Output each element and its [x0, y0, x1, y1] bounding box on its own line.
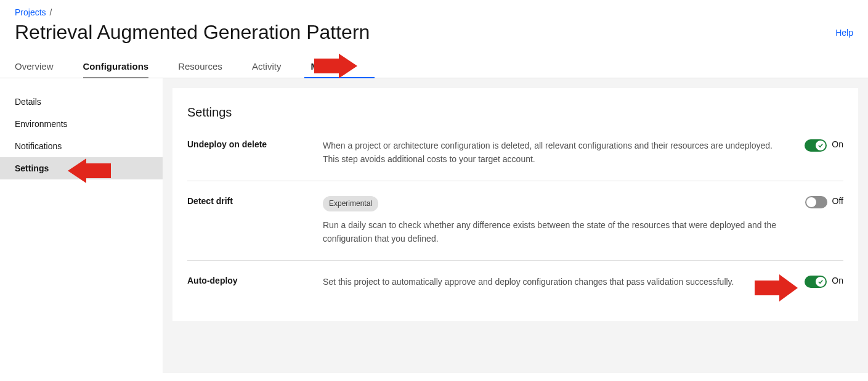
- toggle-undeploy[interactable]: [805, 139, 827, 152]
- toggle-autodeploy-state: On: [832, 276, 843, 285]
- tab-activity[interactable]: Activity: [252, 55, 282, 78]
- sidebar: Details Environments Notifications Setti…: [0, 78, 163, 373]
- breadcrumb-projects-link[interactable]: Projects: [15, 7, 46, 17]
- toggle-knob: [806, 197, 816, 207]
- sidebar-item-details[interactable]: Details: [0, 91, 163, 113]
- tabs: Overview Configurations Resources Activi…: [0, 55, 868, 78]
- panel-heading: Settings: [187, 105, 843, 120]
- page-title: Retrieval Augmented Generation Pattern: [15, 21, 370, 44]
- setting-undeploy-desc: When a project or architecture configura…: [323, 139, 788, 166]
- tab-configurations[interactable]: Configurations: [83, 55, 149, 78]
- tab-resources[interactable]: Resources: [178, 55, 222, 78]
- setting-undeploy: Undeploy on delete When a project or arc…: [187, 134, 843, 181]
- tab-manage[interactable]: Manage: [310, 55, 345, 78]
- toggle-undeploy-state: On: [832, 139, 843, 149]
- check-icon: [816, 141, 825, 150]
- setting-autodeploy: Auto-deploy Set this project to automati…: [187, 260, 843, 304]
- setting-drift-label: Detect drift: [187, 196, 323, 245]
- tab-overview[interactable]: Overview: [15, 55, 54, 78]
- toggle-drift[interactable]: [805, 196, 827, 208]
- toggle-drift-state: Off: [832, 196, 843, 206]
- settings-panel: Settings Undeploy on delete When a proje…: [172, 88, 858, 321]
- sidebar-item-settings[interactable]: Settings: [0, 157, 163, 179]
- sidebar-item-notifications[interactable]: Notifications: [0, 135, 163, 157]
- breadcrumb: Projects /: [0, 0, 868, 17]
- main-content: Settings Undeploy on delete When a proje…: [163, 78, 868, 373]
- help-link[interactable]: Help: [835, 28, 853, 38]
- check-icon: [816, 277, 825, 287]
- sidebar-item-environments[interactable]: Environments: [0, 113, 163, 135]
- toggle-autodeploy[interactable]: [805, 276, 827, 288]
- experimental-badge: Experimental: [323, 196, 378, 211]
- breadcrumb-separator: /: [49, 7, 52, 17]
- setting-drift: Detect drift Experimental Run a daily sc…: [187, 181, 843, 260]
- setting-autodeploy-label: Auto-deploy: [187, 276, 323, 289]
- setting-autodeploy-desc: Set this project to automatically approv…: [323, 276, 788, 289]
- setting-drift-desc: Run a daily scan to check whether any di…: [323, 220, 776, 244]
- setting-undeploy-label: Undeploy on delete: [187, 139, 323, 166]
